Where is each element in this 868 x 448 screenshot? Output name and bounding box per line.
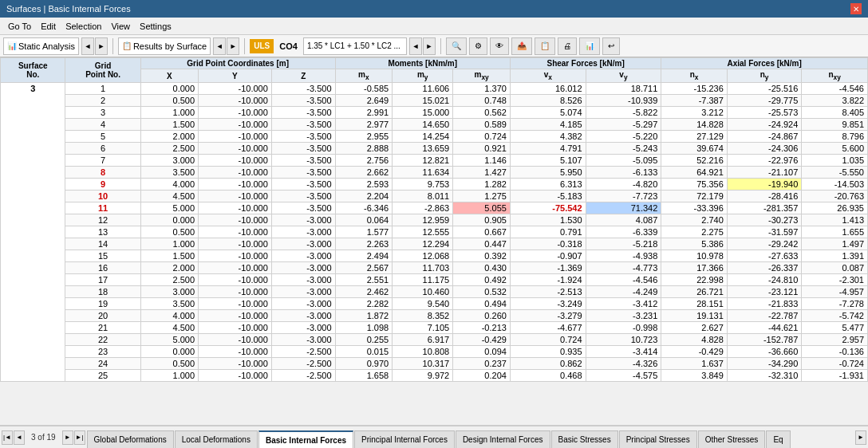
table-row: 94.000-10.000-3.5002.5939.7531.2826.313-…: [1, 179, 868, 191]
th-nxy: nxy: [802, 69, 868, 83]
data-cell: 11.175: [393, 274, 453, 286]
data-cell: -2.500: [271, 370, 335, 382]
sep3: [440, 38, 441, 54]
arrow-btn[interactable]: ↩: [602, 37, 620, 55]
copy-btn[interactable]: 📋: [535, 37, 555, 55]
data-cell: -5.183: [510, 191, 586, 202]
data-cell: -44.621: [727, 322, 801, 334]
menu-view[interactable]: View: [106, 21, 135, 32]
page-indicator: 3 of 19: [26, 433, 61, 442]
chart-btn[interactable]: 📊: [579, 37, 600, 55]
filter-btn[interactable]: 🔍: [446, 37, 467, 55]
data-cell: 72.179: [661, 191, 728, 202]
data-cell: 4.828: [661, 334, 728, 346]
tab-design-internal-forces[interactable]: Design Internal Forces: [456, 430, 550, 448]
grid-point-cell: 4: [65, 119, 140, 131]
data-cell: 1.427: [453, 167, 511, 179]
data-cell: 0.492: [453, 274, 511, 286]
data-cell: -3.500: [271, 191, 335, 202]
config-btn[interactable]: ⚙: [469, 37, 487, 55]
data-cell: 2.282: [335, 298, 393, 310]
tab-principal-internal-forces[interactable]: Principal Internal Forces: [354, 430, 455, 448]
combo-formula[interactable]: 1.35 * LC1 + 1.50 * LC2 ...: [303, 37, 407, 55]
results-prev[interactable]: ◄: [213, 37, 226, 55]
analysis-prev[interactable]: ◄: [81, 37, 94, 55]
data-cell: 1.146: [453, 155, 511, 167]
data-cell: 4.000: [140, 310, 198, 322]
surface-no-cell: 3: [1, 83, 65, 382]
print-btn[interactable]: 🖨: [558, 37, 577, 55]
data-cell: 2.888: [335, 143, 393, 155]
view-btn[interactable]: 👁: [490, 37, 509, 55]
tab-scroll-btn[interactable]: ►: [855, 430, 866, 445]
th-z: Z: [271, 69, 335, 83]
data-cell: -3.000: [271, 286, 335, 298]
data-cell: 0.094: [453, 346, 511, 358]
menu-selection[interactable]: Selection: [61, 21, 106, 32]
tab-prev[interactable]: ◄: [14, 430, 25, 445]
data-cell: -10.000: [199, 298, 272, 310]
combo-next[interactable]: ►: [423, 37, 436, 55]
data-cell: -29.242: [727, 238, 801, 250]
tabs-container: Global DeformationsLocal DeformationsBas…: [87, 426, 791, 448]
data-cell: -10.000: [199, 143, 272, 155]
menu-settings[interactable]: Settings: [135, 21, 176, 32]
data-cell: 1.098: [335, 322, 393, 334]
data-cell: 3.000: [140, 155, 198, 167]
tab-other-stresses[interactable]: Other Stresses: [698, 430, 766, 448]
data-cell: 2.649: [335, 95, 393, 107]
tab-global-deformations[interactable]: Global Deformations: [87, 430, 174, 448]
tab-local-deformations[interactable]: Local Deformations: [175, 430, 258, 448]
data-cell: 0.000: [140, 214, 198, 226]
tab-bar: |◄ ◄ 3 of 19 ► ►| Global DeformationsLoc…: [0, 426, 868, 448]
data-cell: -4.773: [586, 262, 661, 274]
data-cell: 1.497: [802, 238, 868, 250]
th-x: X: [140, 69, 198, 83]
tab-basic-stresses[interactable]: Basic Stresses: [551, 430, 618, 448]
data-cell: -3.500: [271, 202, 335, 214]
table-row: 183.000-10.000-3.0002.46210.4600.532-2.5…: [1, 286, 868, 298]
data-cell: 2.977: [335, 119, 393, 131]
data-cell: 0.791: [510, 226, 586, 238]
data-cell: -6.339: [586, 226, 661, 238]
results-next[interactable]: ►: [227, 37, 239, 55]
menu-edit[interactable]: Edit: [36, 21, 61, 32]
data-cell: -3.000: [271, 322, 335, 334]
static-analysis-dropdown[interactable]: 📊 Static Analysis: [3, 37, 79, 55]
table-row: 310.000-10.000-3.500-0.58511.6061.37016.…: [1, 83, 868, 95]
data-cell: -3.000: [271, 310, 335, 322]
th-vy: vy: [586, 69, 661, 83]
tab-last[interactable]: ►|: [74, 430, 85, 445]
data-cell: -3.500: [271, 107, 335, 119]
th-vx: vx: [510, 69, 586, 83]
data-cell: 22.998: [661, 274, 728, 286]
data-cell: -10.000: [199, 346, 272, 358]
tab-nav-controls: |◄ ◄: [0, 430, 26, 445]
export-btn[interactable]: 📤: [511, 37, 532, 55]
close-button[interactable]: ✕: [850, 3, 862, 14]
table-row: 193.500-10.000-3.0002.2829.5400.494-3.24…: [1, 298, 868, 310]
tab-basic-internal-forces[interactable]: Basic Internal Forces: [258, 430, 353, 448]
tab-first[interactable]: |◄: [2, 430, 13, 445]
data-cell: 71.342: [586, 202, 661, 214]
data-cell: -7.278: [802, 298, 868, 310]
menu-goto[interactable]: Go To: [3, 21, 36, 32]
tab-next[interactable]: ►: [62, 430, 73, 445]
data-cell: 1.872: [335, 310, 393, 322]
data-cell: 1.000: [140, 370, 198, 382]
th-mx: mx: [335, 69, 393, 83]
combo-prev[interactable]: ◄: [409, 37, 422, 55]
data-cell: -10.000: [199, 179, 272, 191]
data-cell: 1.637: [661, 358, 728, 370]
tab-eq[interactable]: Eq: [766, 430, 790, 448]
data-cell: -4.820: [586, 179, 661, 191]
tab-principal-stresses[interactable]: Principal Stresses: [619, 430, 697, 448]
analysis-next[interactable]: ►: [95, 37, 108, 55]
data-cell: 0.935: [510, 346, 586, 358]
grid-point-cell: 7: [65, 155, 140, 167]
data-cell: -10.000: [199, 370, 272, 382]
data-cell: -10.000: [199, 226, 272, 238]
data-cell: 0.015: [335, 346, 393, 358]
results-by-surface-dropdown[interactable]: 📋 Results by Surface: [118, 37, 211, 55]
data-cell: -3.500: [271, 131, 335, 143]
